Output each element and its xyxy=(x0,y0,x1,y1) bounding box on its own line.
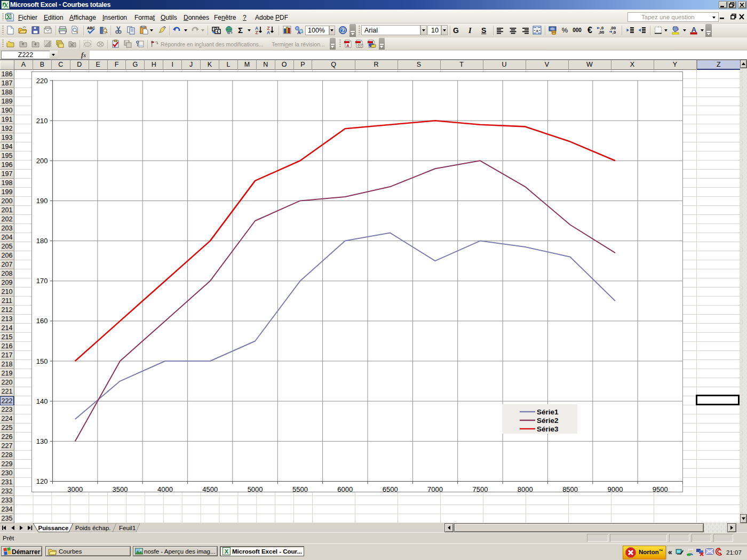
svg-text:Feuil1: Feuil1 xyxy=(119,525,136,531)
svg-text:9000: 9000 xyxy=(608,485,623,493)
svg-text:Poids échap.: Poids échap. xyxy=(75,525,111,531)
svg-text:?: ? xyxy=(341,27,345,34)
svg-text:9500: 9500 xyxy=(653,485,668,493)
svg-text:6500: 6500 xyxy=(383,485,398,493)
svg-text:Série3: Série3 xyxy=(537,425,559,433)
svg-text:A: A xyxy=(346,43,349,47)
svg-text:3500: 3500 xyxy=(113,485,128,493)
svg-text:8000: 8000 xyxy=(518,485,533,493)
svg-text:8500: 8500 xyxy=(562,485,578,493)
svg-text:5500: 5500 xyxy=(292,485,308,493)
svg-text:4000: 4000 xyxy=(157,485,173,493)
svg-text:190: 190 xyxy=(36,197,48,205)
svg-text:170: 170 xyxy=(36,277,48,285)
svg-text:Σ: Σ xyxy=(237,26,242,35)
svg-text:220: 220 xyxy=(36,77,48,85)
svg-text:A: A xyxy=(266,30,269,35)
svg-text:Z: Z xyxy=(255,30,258,35)
svg-text:130: 130 xyxy=(36,437,48,445)
svg-text:%: % xyxy=(561,26,568,34)
svg-text:150: 150 xyxy=(36,357,48,365)
svg-text:210: 210 xyxy=(36,117,48,125)
svg-text:7000: 7000 xyxy=(427,485,443,493)
svg-text:X: X xyxy=(225,548,229,555)
svg-text:160: 160 xyxy=(36,317,48,325)
svg-text:€: € xyxy=(216,29,219,34)
svg-text:000: 000 xyxy=(573,27,582,33)
svg-text:5000: 5000 xyxy=(248,485,263,493)
svg-text:200: 200 xyxy=(36,157,48,165)
svg-text:180: 180 xyxy=(36,237,48,245)
svg-text:140: 140 xyxy=(36,397,48,405)
svg-text:,0: ,0 xyxy=(612,30,615,35)
svg-text:7500: 7500 xyxy=(472,485,488,493)
svg-text:4500: 4500 xyxy=(202,485,218,493)
svg-text:,00: ,00 xyxy=(598,30,603,35)
svg-text:6000: 6000 xyxy=(337,485,353,493)
svg-text:a: a xyxy=(536,28,538,33)
svg-text:3000: 3000 xyxy=(67,485,83,493)
svg-text:€: € xyxy=(587,26,592,35)
svg-text:Série1: Série1 xyxy=(537,408,559,416)
svg-text:120: 120 xyxy=(36,477,48,485)
svg-text:Puissance: Puissance xyxy=(38,525,69,531)
svg-text:A: A xyxy=(297,30,301,35)
svg-text:Série2: Série2 xyxy=(537,417,559,425)
